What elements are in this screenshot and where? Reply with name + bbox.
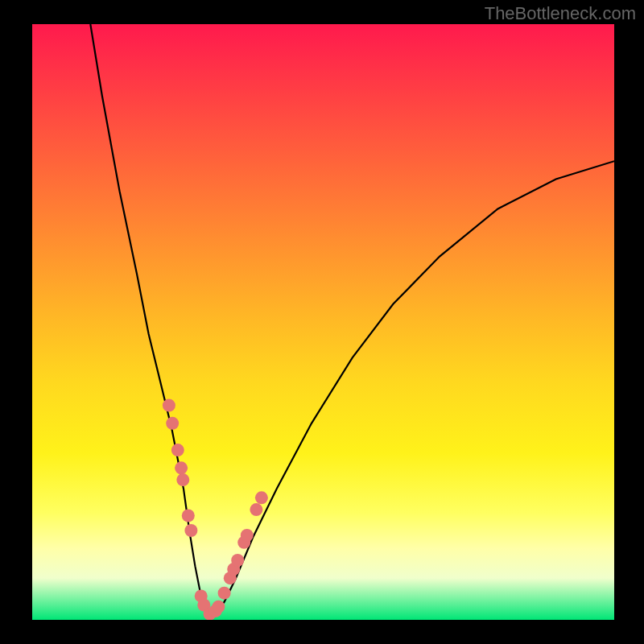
- marker-dot: [175, 461, 188, 474]
- marker-dot: [171, 444, 184, 456]
- bottleneck-curve: [90, 24, 614, 614]
- marker-dot: [250, 503, 262, 516]
- marker-dot: [218, 587, 231, 600]
- marker-dot: [212, 601, 225, 613]
- marker-dot: [231, 554, 244, 567]
- marker-dot: [166, 417, 179, 430]
- watermark-text: TheBottleneck.com: [485, 3, 636, 24]
- highlight-markers: [163, 399, 268, 620]
- marker-dot: [176, 473, 189, 486]
- marker-dot: [241, 529, 254, 542]
- marker-dot: [255, 491, 268, 504]
- chart-frame: TheBottleneck.com: [0, 0, 644, 644]
- marker-dot: [182, 510, 195, 522]
- marker-dot: [163, 399, 175, 412]
- curve-layer: [32, 24, 614, 620]
- marker-dot: [184, 524, 197, 537]
- plot-area: [32, 24, 614, 620]
